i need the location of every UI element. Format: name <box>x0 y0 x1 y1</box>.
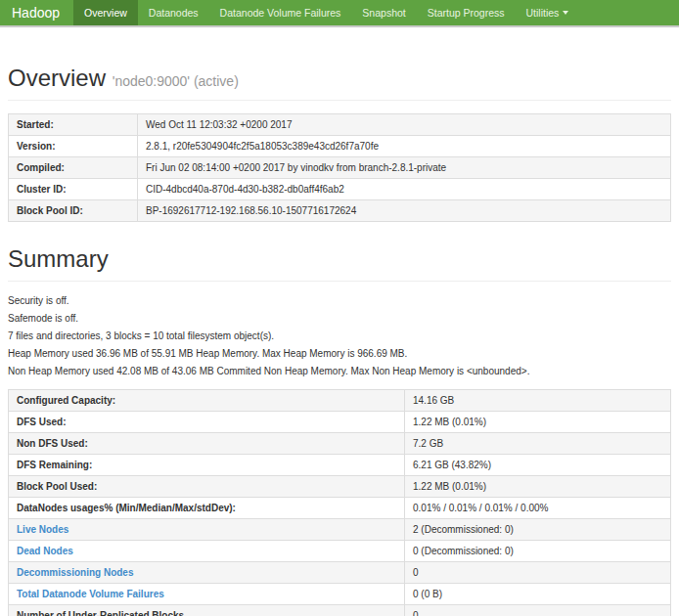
tab-utilities-dropdown: Utilities <box>516 0 580 25</box>
info-value: Fri Jun 02 08:14:00 +0200 2017 by vinodk… <box>138 157 671 179</box>
namenode-info-table: Started: Wed Oct 11 12:03:32 +0200 2017 … <box>8 113 671 222</box>
tab-datanode-volume-failures: Datanode Volume Failures <box>209 0 352 25</box>
tab-utilities-label: Utilities <box>526 7 560 19</box>
heap-memory-status: Heap Memory used 36.96 MB of 55.91 MB He… <box>8 348 671 359</box>
divider <box>8 100 671 101</box>
table-row: DFS Remaining: 6.21 GB (43.82%) <box>9 455 671 476</box>
table-row: Total Datanode Volume Failures 0 (0 B) <box>9 584 671 605</box>
tab-datanodes: Datanodes <box>138 0 209 25</box>
divider <box>8 281 671 282</box>
info-label: Started: <box>9 114 138 136</box>
namenode-address-status: 'node0:9000' (active) <box>113 73 239 89</box>
dead-nodes-link[interactable]: Dead Nodes <box>17 546 73 556</box>
summary-value: 0.01% / 0.01% / 0.01% / 0.00% <box>405 498 671 519</box>
info-label: Cluster ID: <box>9 179 138 200</box>
summary-label: Block Pool Used: <box>9 476 405 498</box>
summary-label: Number of Under-Replicated Blocks <box>9 605 405 616</box>
table-row: Non DFS Used: 7.2 GB <box>9 433 671 455</box>
filesystem-objects-status: 7 files and directories, 3 blocks = 10 t… <box>8 330 671 341</box>
table-row: Version: 2.8.1, r20fe5304904fc2f5a18053c… <box>9 136 671 157</box>
overview-title: Overview <box>8 65 106 91</box>
table-row: Block Pool Used: 1.22 MB (0.01%) <box>9 476 671 498</box>
caret-down-icon <box>563 11 568 15</box>
navbar-menu: Overview Datanodes Datanode Volume Failu… <box>73 0 579 25</box>
summary-label: Dead Nodes <box>9 541 405 562</box>
summary-value: 1.22 MB (0.01%) <box>405 476 671 498</box>
top-navbar: Hadoop Overview Datanodes Datanode Volum… <box>0 0 679 27</box>
table-row: Block Pool ID: BP-1692617712-192.168.56.… <box>9 200 671 222</box>
summary-label: Decommissioning Nodes <box>9 562 405 584</box>
page-content: Overview 'node0:9000' (active) Started: … <box>0 65 679 616</box>
table-row: Compiled: Fri Jun 02 08:14:00 +0200 2017… <box>9 157 671 179</box>
summary-label: Total Datanode Volume Failures <box>9 584 405 605</box>
safemode-status: Safemode is off. <box>8 313 671 324</box>
tab-startup-progress: Startup Progress <box>417 0 516 25</box>
table-row: Live Nodes 2 (Decommissioned: 0) <box>9 519 671 541</box>
summary-value: 0 <box>405 562 671 584</box>
live-nodes-link[interactable]: Live Nodes <box>17 524 68 535</box>
info-value: 2.8.1, r20fe5304904fc2f5a18053c389e43cd2… <box>138 136 671 157</box>
info-value: BP-1692617712-192.168.56.10-150771617262… <box>138 200 671 222</box>
table-row: Dead Nodes 0 (Decommissioned: 0) <box>9 541 671 562</box>
table-row: Number of Under-Replicated Blocks 0 <box>9 605 671 616</box>
summary-label: DFS Used: <box>9 412 405 433</box>
info-value: Wed Oct 11 12:03:32 +0200 2017 <box>138 114 671 136</box>
summary-value: 1.22 MB (0.01%) <box>405 412 671 433</box>
summary-label: Non DFS Used: <box>9 433 405 455</box>
info-value: CID-4dbcd40a-870d-4d30-b382-db0aff4f6ab2 <box>138 179 671 200</box>
tab-snapshot: Snapshot <box>351 0 416 25</box>
summary-label: DFS Remaining: <box>9 455 405 476</box>
table-row: Cluster ID: CID-4dbcd40a-870d-4d30-b382-… <box>9 179 671 200</box>
table-row: Decommissioning Nodes 0 <box>9 562 671 584</box>
summary-value: 7.2 GB <box>405 433 671 455</box>
info-label: Compiled: <box>9 157 138 179</box>
tab-snapshot-label: Snapshot <box>362 7 405 19</box>
summary-label: DataNodes usages% (Min/Median/Max/stdDev… <box>9 498 405 519</box>
table-row: Configured Capacity: 14.16 GB <box>9 390 671 412</box>
summary-value: 0 (Decommissioned: 0) <box>405 541 671 562</box>
info-label: Version: <box>9 136 138 157</box>
table-row: DFS Used: 1.22 MB (0.01%) <box>9 412 671 433</box>
summary-status-text: Security is off. Safemode is off. 7 file… <box>8 295 671 376</box>
tab-startup-progress-label: Startup Progress <box>428 7 505 19</box>
summary-value: 14.16 GB <box>405 390 671 412</box>
security-status: Security is off. <box>8 295 671 306</box>
summary-label: Live Nodes <box>9 519 405 541</box>
summary-label: Configured Capacity: <box>9 390 405 412</box>
tab-overview-label: Overview <box>84 7 127 19</box>
table-row: Started: Wed Oct 11 12:03:32 +0200 2017 <box>9 114 671 136</box>
summary-table: Configured Capacity: 14.16 GB DFS Used: … <box>8 389 671 616</box>
total-datanode-volume-failures-link[interactable]: Total Datanode Volume Failures <box>17 589 164 599</box>
tab-datanode-volume-failures-label: Datanode Volume Failures <box>220 7 341 19</box>
summary-value: 0 (0 B) <box>405 584 671 605</box>
decommissioning-nodes-link[interactable]: Decommissioning Nodes <box>17 567 133 578</box>
non-heap-memory-status: Non Heap Memory used 42.08 MB of 43.06 M… <box>8 366 671 376</box>
summary-value: 2 (Decommissioned: 0) <box>405 519 671 541</box>
tab-overview: Overview <box>73 0 138 25</box>
tab-datanodes-label: Datanodes <box>149 7 199 19</box>
hadoop-brand[interactable]: Hadoop <box>0 0 73 25</box>
summary-value: 6.21 GB (43.82%) <box>405 455 671 476</box>
table-row: DataNodes usages% (Min/Median/Max/stdDev… <box>9 498 671 519</box>
info-label: Block Pool ID: <box>9 200 138 222</box>
summary-value: 0 <box>405 605 671 616</box>
page-title: Overview 'node0:9000' (active) <box>8 65 671 92</box>
summary-title: Summary <box>8 245 671 273</box>
